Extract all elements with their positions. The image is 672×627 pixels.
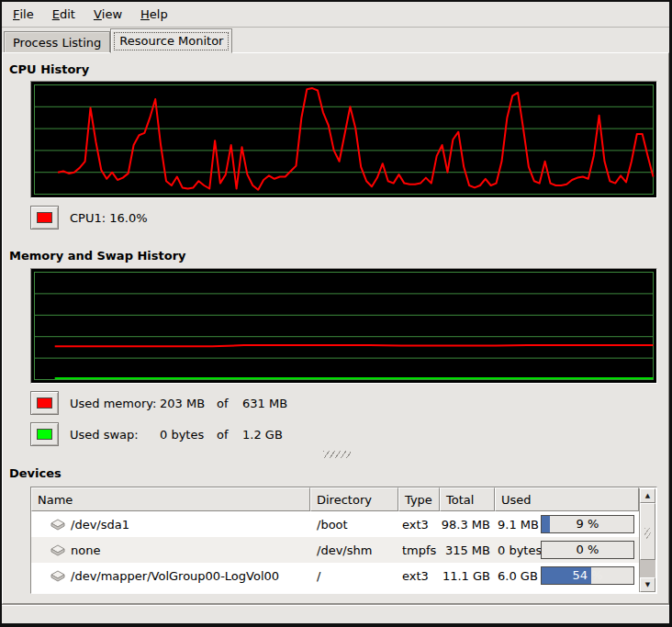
- device-directory-cell: /boot: [310, 518, 398, 532]
- pane-resize-grip[interactable]: [323, 451, 351, 458]
- menu-help[interactable]: Help: [131, 2, 177, 27]
- device-total-cell: 11.1 GB: [440, 569, 495, 583]
- tab-resource-monitor[interactable]: Resource Monitor: [110, 28, 232, 53]
- device-type-cell: tmpfs: [398, 543, 440, 557]
- swap-color-swatch: [37, 429, 52, 440]
- cpu-legend-label: CPU1: 16.0%: [70, 211, 148, 225]
- device-name-cell: /dev/mapper/VolGroup00-LogVol00: [31, 569, 310, 583]
- cpu-history-title: CPU History: [9, 62, 89, 76]
- device-row[interactable]: /dev/mapper/VolGroup00-LogVol00/ext311.1…: [31, 563, 640, 588]
- status-bar: [2, 604, 669, 623]
- memory-legend: Used memory: 203 MB of 631 MB: [30, 390, 287, 416]
- device-type-cell: ext3: [398, 569, 440, 583]
- scrollbar-up-arrow-icon[interactable]: ▲: [640, 488, 655, 503]
- device-name: /dev/sda1: [71, 518, 129, 532]
- memory-color-swatch: [37, 397, 52, 409]
- progress-label: 9 %: [542, 516, 633, 532]
- notebook-tabs: Process Listing Resource Monitor: [2, 28, 669, 52]
- device-usage-progress-bar: 54 %54 %: [541, 566, 634, 585]
- device-used-value: 9.1 MB: [495, 518, 541, 532]
- swap-color-button[interactable]: [30, 422, 59, 446]
- cpu-color-swatch: [37, 212, 52, 223]
- memory-history-title: Memory and Swap History: [9, 249, 186, 263]
- device-usage-progress-bar: 9 %9 %: [541, 515, 634, 533]
- device-usage-progress-bar: 0 %0 %: [541, 541, 634, 559]
- memory-of-label: of: [217, 397, 242, 410]
- column-header-used[interactable]: Used: [495, 487, 639, 511]
- menu-view[interactable]: View: [84, 2, 131, 27]
- column-header-type[interactable]: Type: [398, 487, 440, 511]
- progress-label-overlay: 9 %: [542, 516, 550, 532]
- progress-label: 0 %: [542, 542, 633, 558]
- cpu-color-button[interactable]: [30, 206, 59, 230]
- device-total-cell: 98.3 MB: [440, 518, 495, 532]
- scrollbar-thumb[interactable]: [640, 503, 655, 560]
- swap-of-label: of: [217, 428, 242, 442]
- devices-rows: /dev/sda1/bootext398.3 MB9.1 MB9 %9 %non…: [31, 511, 656, 588]
- disk-drive-icon: [50, 518, 66, 531]
- device-directory-cell: /dev/shm: [310, 543, 398, 557]
- memory-total-value: 631 MB: [242, 397, 287, 410]
- memory-history-graph: [30, 268, 657, 384]
- scrollbar-trough[interactable]: [640, 560, 655, 577]
- devices-table-header: Name Directory Type Total Used: [31, 487, 640, 511]
- menu-bar: File Edit View Help: [2, 2, 669, 28]
- cpu-history-graph: [30, 81, 657, 198]
- device-used-value: 6.0 GB: [495, 569, 541, 583]
- device-name: none: [71, 543, 100, 557]
- swap-total-value: 1.2 GB: [242, 428, 283, 442]
- devices-vertical-scrollbar[interactable]: ▲ ▼: [639, 488, 655, 592]
- device-name-cell: /dev/sda1: [31, 518, 310, 532]
- progress-fill: 54 %: [542, 567, 591, 584]
- device-row[interactable]: /dev/sda1/bootext398.3 MB9.1 MB9 %9 %: [31, 511, 640, 537]
- scrollbar-down-arrow-icon[interactable]: ▼: [640, 577, 655, 592]
- device-used-cell: 0 bytes0 %0 %: [495, 541, 639, 559]
- menu-file[interactable]: File: [4, 2, 43, 27]
- memory-color-button[interactable]: [30, 391, 59, 415]
- progress-label-overlay: 54 %: [542, 567, 591, 584]
- memory-legend-label: Used memory:: [70, 397, 160, 410]
- memory-history-plot: [31, 269, 656, 383]
- device-row[interactable]: none/dev/shmtmpfs315 MB0 bytes0 %0 %: [31, 537, 640, 563]
- disk-drive-icon: [50, 543, 66, 556]
- column-header-directory[interactable]: Directory: [310, 487, 398, 511]
- tab-process-listing[interactable]: Process Listing: [4, 31, 110, 52]
- swap-used-value: 0 bytes: [160, 428, 217, 442]
- device-name: /dev/mapper/VolGroup00-LogVol00: [71, 569, 279, 583]
- swap-legend-label: Used swap:: [70, 428, 160, 442]
- progress-fill: 9 %: [542, 516, 550, 532]
- devices-title: Devices: [9, 466, 62, 480]
- device-directory-cell: /: [310, 569, 398, 583]
- memory-used-value: 203 MB: [160, 397, 217, 410]
- cpu-history-plot: [31, 82, 656, 197]
- device-used-cell: 9.1 MB9 %9 %: [495, 515, 639, 533]
- device-used-cell: 6.0 GB54 %54 %: [495, 566, 639, 585]
- device-name-cell: none: [31, 543, 310, 557]
- device-type-cell: ext3: [398, 518, 440, 532]
- device-total-cell: 315 MB: [440, 543, 495, 557]
- swap-legend: Used swap: 0 bytes of 1.2 GB: [30, 421, 283, 447]
- devices-table: Name Directory Type Total Used /dev/sda1…: [30, 487, 657, 594]
- disk-drive-icon: [50, 569, 66, 582]
- cpu-legend: CPU1: 16.0%: [30, 205, 148, 230]
- column-header-name[interactable]: Name: [31, 487, 310, 511]
- system-monitor-window: File Edit View Help Process Listing Reso…: [0, 0, 672, 627]
- menu-edit[interactable]: Edit: [43, 2, 84, 27]
- column-header-total[interactable]: Total: [440, 487, 495, 511]
- device-used-value: 0 bytes: [495, 543, 541, 557]
- resource-monitor-page: CPU History CPU1: 16.0% Memory and Swap …: [2, 52, 669, 604]
